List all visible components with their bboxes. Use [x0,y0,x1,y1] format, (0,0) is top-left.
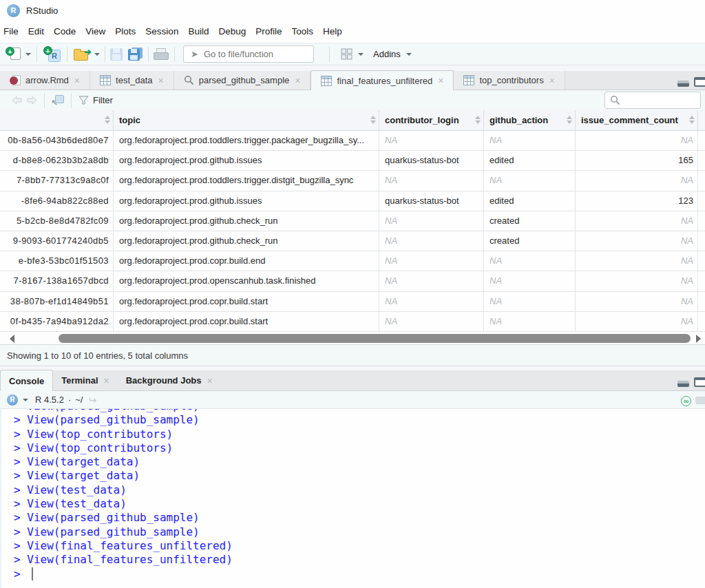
horizontal-scrollbar[interactable] [0,333,705,344]
minimize-pane-icon[interactable] [677,81,689,87]
sort-arrows-icon[interactable] [370,116,376,124]
table-row[interactable]: 7-8bb7-77313c9a8c0forg.fedoraproject.pro… [0,171,705,191]
maximize-console-icon[interactable] [694,377,705,387]
menu-session[interactable]: Session [140,21,183,43]
goto-file-search[interactable]: ➤ [183,45,314,63]
console-prompt[interactable]: > [14,567,705,581]
table-row[interactable]: e-bfe3-53bc01f51503org.fedoraproject.pro… [0,251,705,271]
cell: org.fedoraproject.prod.github.issues [114,191,379,211]
grid-status-text: Showing 1 to 10 of 10 entries, 5 total c… [7,350,188,361]
tab-label: Background Jobs [126,375,202,386]
back-arrow-icon[interactable] [11,95,23,105]
menu-build[interactable]: Build [183,21,213,43]
menu-file[interactable]: File [0,21,23,43]
open-file-button[interactable]: ➜ [74,48,92,61]
table-row[interactable]: 9-9093-601774240db5org.fedoraproject.pro… [0,231,705,251]
filter-button-label[interactable]: Filter [93,95,113,105]
tab-terminal[interactable]: Terminal× [53,370,117,390]
tab-parsed-github-sample[interactable]: parsed_github_sample× [174,71,311,90]
cell: org.fedoraproject.prod.github.check_run [114,231,379,251]
column-header-issue_comment_count[interactable]: issue_comment_count [576,110,698,130]
menu-view[interactable]: View [81,21,110,43]
close-tab-icon[interactable]: × [549,77,555,84]
close-tab-icon[interactable]: × [74,77,80,84]
column-header-contributor_login[interactable]: contributor_login [379,110,484,130]
tab-top-contributors[interactable]: top_contributors× [454,71,565,90]
cell: org.fedoraproject.prod.openscanhub.task.… [114,271,379,291]
open-in-new-window-icon[interactable]: ↖ [51,95,64,106]
open-directory-icon[interactable]: ↪ [88,395,96,406]
table-row[interactable]: 0b-8a56-043b6ded80e7org.fedoraproject.pr… [0,131,705,151]
new-file-dropdown-icon[interactable] [25,53,31,56]
session-suspend-icon[interactable]: ∞ [681,396,691,406]
addins-dropdown-icon[interactable] [406,53,412,56]
sort-arrows-icon[interactable] [689,116,695,124]
column-header-github_action[interactable]: github_action [484,110,576,130]
table-row[interactable]: -8fe6-94ab822c88edorg.fedoraproject.prod… [0,191,705,211]
filter-icon[interactable] [78,96,89,105]
column-header-rowid[interactable] [0,110,114,130]
tab-arrow-rmd[interactable]: arrow.Rmd× [0,71,90,90]
tab-console[interactable]: Console [0,370,53,391]
menu-debug[interactable]: Debug [213,21,251,43]
table-row[interactable]: d-b8e8-0623b3b2a8dborg.fedoraproject.pro… [0,151,705,171]
menu-code[interactable]: Code [49,21,81,43]
close-tab-icon[interactable]: × [104,377,109,384]
cell: created [484,211,576,231]
r-version-label: R 4.5.2 [35,395,64,405]
cell-filler [698,151,705,170]
open-dropdown-icon[interactable] [94,53,100,56]
close-tab-icon[interactable]: × [438,77,443,84]
main-toolbar: + R+ ➜ ➤ Addins [0,43,705,65]
new-project-button[interactable]: R+ [43,46,61,62]
console-output[interactable]: > View(parsed_github_sample)> View(parse… [0,409,705,588]
menu-edit[interactable]: Edit [23,21,49,43]
close-tab-icon[interactable]: × [158,77,164,84]
table-row[interactable]: 5-b2cb-8e8d4782fc09org.fedoraproject.pro… [0,211,705,231]
print-button[interactable] [154,48,169,60]
tab-test-data[interactable]: test_data× [90,71,174,90]
column-header-topic[interactable]: topic [114,110,379,130]
grid-search-input[interactable] [623,95,695,105]
r-version-dropdown-icon[interactable] [23,399,28,401]
console-line: > View(top_contributors) [14,428,705,441]
cell: NA [576,131,698,150]
tab-label: test_data [116,75,153,85]
forward-arrow-icon[interactable] [26,95,38,105]
scroll-right-arrow-icon[interactable] [696,335,701,343]
clear-console-icon[interactable] [695,397,705,404]
table-row[interactable]: 0f-b435-7a94ba912da2org.fedoraproject.pr… [0,312,705,332]
data-table-icon [463,75,474,85]
sort-arrows-icon[interactable] [105,116,110,124]
maximize-pane-icon[interactable] [694,77,705,87]
panes-dropdown-icon[interactable] [358,53,364,56]
goto-file-input[interactable] [204,49,300,59]
panes-grid-icon[interactable] [341,48,352,60]
console-line: > View(test_data) [14,483,705,497]
menu-profile[interactable]: Profile [251,21,286,43]
sort-arrows-icon[interactable] [567,116,572,124]
cell: NA [576,211,698,231]
addins-button[interactable]: Addins [373,49,401,59]
scrollbar-thumb[interactable] [59,334,691,343]
scroll-left-arrow-icon[interactable] [10,335,14,343]
tab-final-features-unfiltered[interactable]: final_features_unfiltered× [311,70,454,90]
cell: org.fedoraproject.prod.github.issues [114,151,379,170]
close-tab-icon[interactable]: × [207,377,213,384]
close-tab-icon[interactable]: × [295,77,300,84]
save-button[interactable] [110,48,123,61]
menu-plots[interactable]: Plots [110,21,140,43]
cell-filler [698,211,705,231]
table-row[interactable]: 7-8167-138a1657dbcdorg.fedoraproject.pro… [0,271,705,291]
tab-background-jobs[interactable]: Background Jobs× [118,370,221,390]
new-file-button[interactable]: + [6,47,21,61]
table-row[interactable]: 38-807b-ef1d14849b51org.fedoraproject.pr… [0,292,705,312]
save-all-button[interactable] [128,48,143,61]
cell: 0f-b435-7a94ba912da2 [0,312,114,331]
minimize-console-icon[interactable] [677,381,689,387]
sort-arrows-icon[interactable] [475,116,481,124]
menu-help[interactable]: Help [318,21,347,43]
menu-tools[interactable]: Tools [286,21,318,43]
cell: 165 [576,151,698,170]
grid-search-box[interactable] [604,92,701,109]
